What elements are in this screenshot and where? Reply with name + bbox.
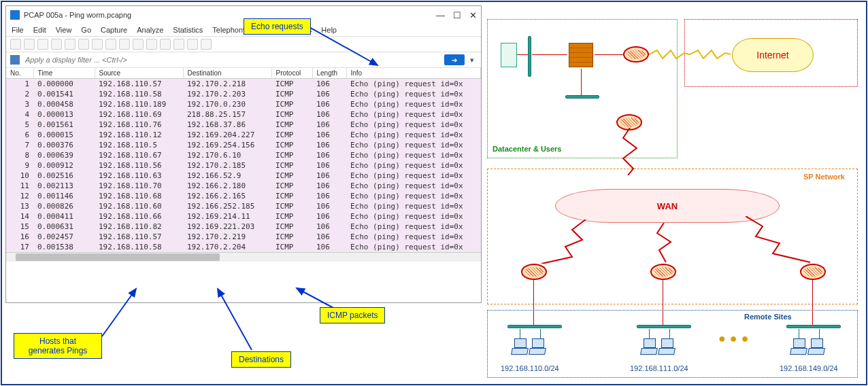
cell: Echo (ping) request id=0x (346, 181, 481, 191)
cell: 0.002457 (33, 232, 95, 242)
cell: 192.168.110.68 (95, 191, 183, 201)
table-row[interactable]: 80.000639192.168.110.67192.170.6.10ICMP1… (6, 150, 481, 160)
cell: 218.88.25.157 (183, 109, 271, 120)
col-time[interactable]: Time (33, 68, 95, 79)
toolbar-button[interactable] (10, 39, 21, 50)
table-row[interactable]: 160.002457192.168.110.57192.170.2.219ICM… (6, 232, 481, 242)
menu-analyze[interactable]: Analyze (137, 26, 163, 34)
filter-add-button[interactable]: ▾ (467, 56, 477, 65)
window-title: PCAP 005a - Ping worm.pcapng (24, 11, 436, 19)
cell: 15 (6, 222, 33, 232)
cell: Echo (ping) request id=0x (346, 171, 481, 181)
table-row[interactable]: 60.000015192.168.110.12192.169.204.227IC… (6, 130, 481, 140)
cell: 192.168.110.58 (95, 89, 183, 99)
cell: 0.000376 (33, 140, 95, 150)
maximize-button[interactable]: ☐ (453, 10, 461, 20)
toolbar-button[interactable] (78, 39, 89, 50)
table-row[interactable]: 130.000826192.168.110.60192.166.252.185I… (6, 201, 481, 211)
menu-telephony[interactable]: Telephony (212, 26, 246, 34)
cell: 106 (312, 222, 346, 232)
table-row[interactable]: 140.000411192.168.110.66192.169.214.11IC… (6, 211, 481, 222)
server-icon (501, 43, 517, 67)
cell: ICMP (271, 89, 312, 99)
toolbar-button[interactable] (133, 39, 144, 50)
zigzag-link (620, 128, 640, 175)
toolbar-button[interactable] (160, 39, 171, 50)
cell: 0.000015 (33, 130, 95, 140)
menu-capture[interactable]: Capture (101, 26, 127, 34)
table-row[interactable]: 110.002113192.168.110.70192.166.2.180ICM… (6, 181, 481, 191)
col-no[interactable]: No. (6, 68, 33, 79)
table-row[interactable]: 150.000631192.168.110.82192.169.221.203I… (6, 222, 481, 232)
ellipsis-icon: ●●● (718, 332, 753, 346)
cell: 0.000411 (33, 211, 95, 222)
cell: 0.000000 (33, 79, 95, 90)
menu-edit[interactable]: Edit (33, 26, 46, 34)
table-row[interactable]: 20.001541192.168.110.58192.170.2.203ICMP… (6, 89, 481, 99)
cell: 192.168.37.86 (183, 120, 271, 130)
cell: 192.168.110.57 (95, 79, 183, 90)
toolbar-button[interactable] (37, 39, 48, 50)
close-button[interactable]: ✕ (469, 10, 477, 20)
cell: 192.169.221.203 (183, 222, 271, 232)
table-row[interactable]: 10.000000192.168.110.57192.170.2.218ICMP… (6, 79, 481, 90)
cell: 192.169.214.11 (183, 211, 271, 222)
horizontal-scrollbar[interactable] (6, 252, 481, 262)
header-row: No. Time Source Destination Protocol Len… (6, 68, 481, 79)
menu-view[interactable]: View (56, 26, 72, 34)
cell: Echo (ping) request id=0x (346, 232, 481, 242)
cell: Echo (ping) request id=0x (346, 89, 481, 99)
cell: 106 (312, 99, 346, 109)
menu-go[interactable]: Go (81, 26, 91, 34)
toolbar-button[interactable] (51, 39, 62, 50)
cell: Echo (ping) request id=0x (346, 79, 481, 90)
toolbar-button[interactable] (105, 39, 116, 50)
table-row[interactable]: 30.000458192.168.110.189192.170.0.230ICM… (6, 99, 481, 109)
table-row[interactable]: 70.000376192.168.110.5192.169.254.156ICM… (6, 140, 481, 150)
table-row[interactable]: 120.001146192.168.110.68192.166.2.165ICM… (6, 191, 481, 201)
toolbar-button[interactable] (146, 39, 157, 50)
bookmark-icon[interactable] (10, 55, 20, 65)
cell: 192.166.252.185 (183, 201, 271, 211)
toolbar-button[interactable] (173, 39, 184, 50)
table-row[interactable]: 90.000912192.168.110.56192.170.2.185ICMP… (6, 160, 481, 171)
cell: 106 (312, 201, 346, 211)
cell: ICMP (271, 191, 312, 201)
cell: ICMP (271, 211, 312, 222)
toolbar-button[interactable] (65, 39, 76, 50)
pc-group (512, 338, 547, 355)
table-row[interactable]: 100.002516192.168.110.63192.166.52.9ICMP… (6, 171, 481, 181)
cell: ICMP (271, 242, 312, 252)
cell: Echo (ping) request id=0x (346, 242, 481, 252)
cell: 13 (6, 201, 33, 211)
cell: 192.168.110.57 (95, 232, 183, 242)
cell: 106 (312, 160, 346, 171)
filter-apply-button[interactable]: ➔ (444, 54, 465, 65)
subnet-label: 192.168.111.0/24 (630, 364, 688, 372)
toolbar-button[interactable] (201, 39, 212, 50)
minimize-button[interactable]: — (436, 10, 445, 20)
table-row[interactable]: 50.001561192.168.110.76192.168.37.86ICMP… (6, 120, 481, 130)
cell: ICMP (271, 181, 312, 191)
toolbar-button[interactable] (119, 39, 130, 50)
cell: 106 (312, 171, 346, 181)
cell: 9 (6, 160, 33, 171)
col-destination[interactable]: Destination (183, 68, 271, 79)
cell: 0.002516 (33, 171, 95, 181)
cell: 106 (312, 150, 346, 160)
menu-statistics[interactable]: Statistics (173, 26, 203, 34)
cell: 0.000639 (33, 150, 95, 160)
col-source[interactable]: Source (95, 68, 183, 79)
menu-file[interactable]: File (12, 26, 24, 34)
col-protocol[interactable]: Protocol (271, 68, 312, 79)
cell: 192.168.110.5 (95, 140, 183, 150)
cell: 192.166.52.9 (183, 171, 271, 181)
svg-line-1 (102, 289, 136, 336)
table-row[interactable]: 170.001538192.168.110.58192.170.2.204ICM… (6, 242, 481, 252)
cell: ICMP (271, 109, 312, 120)
toolbar-button[interactable] (92, 39, 103, 50)
toolbar-button[interactable] (187, 39, 198, 50)
svg-line-3 (297, 288, 333, 308)
table-row[interactable]: 40.000013192.168.110.69218.88.25.157ICMP… (6, 109, 481, 120)
toolbar-button[interactable] (24, 39, 35, 50)
